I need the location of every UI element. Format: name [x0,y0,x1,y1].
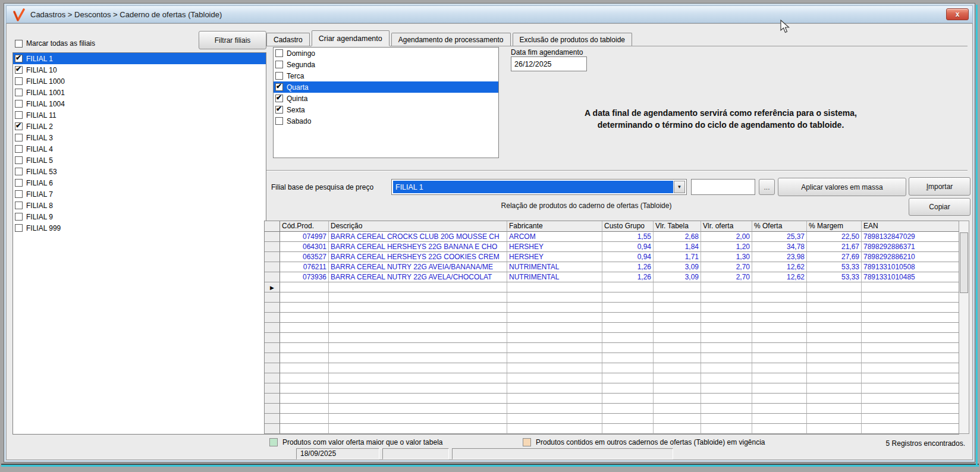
grid-cell[interactable] [507,343,602,353]
grid-cell[interactable] [701,373,752,383]
grid-cell[interactable]: 3,09 [654,262,701,272]
grid-cell[interactable] [280,303,329,313]
grid-cell[interactable] [507,424,602,434]
filial-item-filial-3[interactable]: FILIAL 3 [13,132,266,143]
table-row-empty[interactable] [265,323,959,333]
weekday-item-checkbox[interactable] [275,72,283,80]
grid-cell[interactable]: BARRA CEREAL NUTRY 22G AVELA/CHOCOLAT [329,272,507,282]
filial-item-checkbox[interactable] [15,111,23,119]
grid-cell[interactable] [654,414,701,424]
grid-cell[interactable] [654,303,701,313]
grid-cell[interactable]: 1,71 [654,252,701,262]
weekday-item-quarta[interactable]: Quarta [274,81,498,93]
grid-cell[interactable]: 0,94 [602,252,654,262]
grid-cell[interactable] [752,343,807,353]
filter-filiais-button[interactable]: Filtrar filiais [199,31,266,49]
grid-cell[interactable] [752,383,807,394]
grid-cell[interactable] [329,414,507,424]
grid-cell[interactable] [602,414,654,424]
grid-cell[interactable]: 27,69 [807,252,862,262]
grid-cell[interactable] [701,353,752,363]
grid-cell[interactable]: 25,37 [752,232,807,242]
grid-cell[interactable] [862,383,959,394]
grid-cell[interactable] [807,323,862,333]
grid-col-vlr-oferta[interactable]: Vlr. oferta [701,221,752,232]
tab-criar-agendamento[interactable]: Criar agendamento [312,30,390,46]
grid-cell[interactable]: HERSHEY [507,242,602,252]
grid-cell[interactable] [329,394,507,404]
grid-cell[interactable]: 2,70 [701,262,752,272]
grid-cell[interactable] [862,373,959,383]
grid-cell[interactable] [807,292,862,303]
filial-item-filial-1000[interactable]: FILIAL 1000 [13,75,266,87]
grid-cell[interactable] [752,424,807,434]
grid-cell[interactable] [602,404,654,414]
grid-cell[interactable] [602,303,654,313]
grid-cell[interactable] [752,292,807,303]
grid-cell[interactable] [654,373,701,383]
grid-cell[interactable] [507,282,602,292]
grid-cell[interactable]: NUTRIMENTAL [507,272,602,282]
grid-cell[interactable] [602,292,654,303]
grid-cell[interactable] [602,333,654,343]
grid-cell[interactable] [807,414,862,424]
filial-item-checkbox[interactable] [15,213,23,221]
chevron-down-icon[interactable]: ▼ [674,181,685,193]
apply-mass-values-button[interactable]: Aplicar valores em massa [778,178,906,196]
grid-cell[interactable]: 1,26 [602,272,654,282]
grid-cell[interactable]: 2,68 [654,232,701,242]
grid-cell[interactable] [602,343,654,353]
grid-cell[interactable] [329,383,507,394]
filial-item-checkbox[interactable] [15,224,23,232]
grid-cell[interactable] [654,333,701,343]
grid-cell[interactable]: 3,09 [654,272,701,282]
grid-cell[interactable] [329,313,507,323]
grid-cell[interactable] [280,292,329,303]
grid-cell[interactable] [701,404,752,414]
copy-button[interactable]: Copiar [909,198,970,216]
grid-cell[interactable] [862,343,959,353]
grid-cell[interactable] [507,323,602,333]
grid-cell[interactable] [807,394,862,404]
table-row-empty[interactable] [265,303,959,313]
grid-cell[interactable] [654,424,701,434]
grid-cell[interactable]: 7898292886210 [862,252,959,262]
grid-cell[interactable] [507,383,602,394]
filial-item-checkbox[interactable] [15,89,23,96]
grid-cell[interactable] [701,323,752,333]
grid-cell[interactable] [752,333,807,343]
grid-cell[interactable] [752,313,807,323]
filial-item-filial-2[interactable]: FILIAL 2 [13,121,266,132]
grid-cell[interactable] [807,282,862,292]
weekday-item-checkbox[interactable] [275,106,283,114]
filial-listbox[interactable]: FILIAL 1FILIAL 10FILIAL 1000FILIAL 1001F… [12,52,266,435]
grid-cell[interactable] [280,373,329,383]
grid-cell[interactable]: 1,26 [602,262,654,272]
grid-cell[interactable] [329,404,507,414]
grid-cell[interactable] [807,303,862,313]
grid-cell[interactable] [701,303,752,313]
grid-cell[interactable]: HERSHEY [507,252,602,262]
grid-cell[interactable]: 2,00 [701,232,752,242]
grid-cell[interactable]: 1,55 [602,232,654,242]
product-grid[interactable]: Cód.Prod.DescriçãoFabricanteCusto GrupoV… [264,221,959,435]
filial-item-filial-11[interactable]: FILIAL 11 [13,109,266,121]
grid-col-vlr-tabela[interactable]: Vlr. Tabela [654,221,701,232]
table-row-empty[interactable] [265,404,959,414]
filial-item-checkbox[interactable] [15,156,23,164]
grid-cell[interactable] [752,414,807,424]
grid-cell[interactable] [752,303,807,313]
filial-item-filial-1004[interactable]: FILIAL 1004 [13,98,266,109]
grid-cell[interactable] [807,424,862,434]
grid-cell[interactable]: 22,50 [807,232,862,242]
grid-cell[interactable]: 2,70 [701,272,752,282]
grid-cell[interactable] [862,282,959,292]
grid-cell[interactable] [602,282,654,292]
grid-cell[interactable] [654,353,701,363]
grid-cell[interactable]: BARRA CEREAL CROCKS CLUB 20G MOUSSE CH [329,232,507,242]
filial-item-filial-4[interactable]: FILIAL 4 [13,143,266,155]
grid-cell[interactable] [329,373,507,383]
grid-cell[interactable] [329,353,507,363]
grid-cell[interactable]: 7898132847029 [862,232,959,242]
grid-cell[interactable] [507,303,602,313]
